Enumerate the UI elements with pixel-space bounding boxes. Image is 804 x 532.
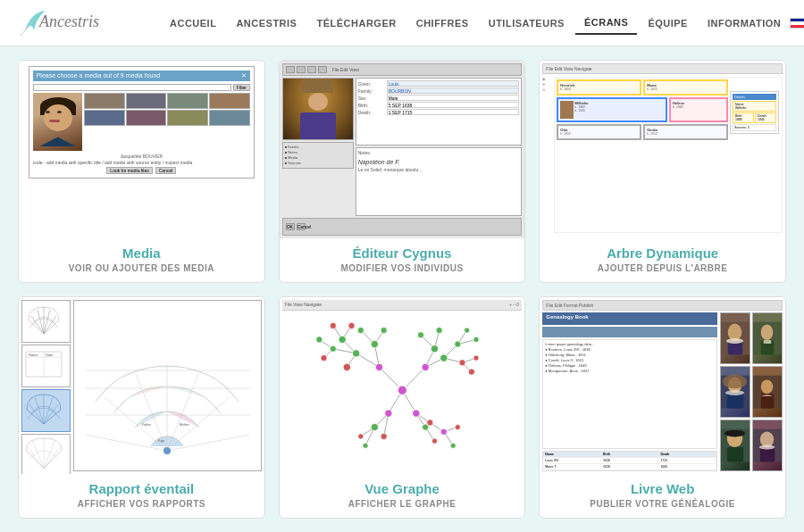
card-media[interactable]: Please choose a media out of 9 media fou… [18,60,265,283]
editor-ok-btn[interactable]: OK [286,223,295,230]
nav-information[interactable]: INFORMATION [699,12,790,34]
card-livre[interactable]: File Edit Format Publish Genealogy Book … [539,296,786,520]
logo-area: Ancestris [18,4,134,43]
card-media-title: Media [122,245,161,261]
svg-point-85 [357,433,363,438]
svg-point-56 [375,363,382,370]
card-arbre[interactable]: File Edit View Navigate ◉ ⊕ ⊖ [539,60,786,283]
svg-point-16 [163,447,171,454]
svg-point-96 [761,324,774,339]
rapport-thumb-1[interactable] [21,300,71,343]
livre-portrait-3 [720,366,750,418]
nav-equipe[interactable]: ÉQUIPE [639,12,697,34]
nav-ancestris[interactable]: ANCESTRIS [227,12,306,34]
card-rapport-title: Rapport éventail [89,481,195,496]
editor-portrait [282,78,354,140]
toolbar-btn-2[interactable] [297,66,306,73]
editor-notes-area[interactable]: Notes: Napoléon de F. Le roi Soleil, mon… [356,147,523,215]
livre-portrait-4 [752,366,783,418]
card-graphe-subtitle: AFFICHER LE GRAPHE [348,499,456,509]
nav-utilisateurs[interactable]: UTILISATEURS [480,12,574,34]
media-look-button[interactable]: Look for media files [106,167,152,174]
svg-point-114 [759,445,775,449]
nav-chiffres[interactable]: CHIFFRES [407,12,478,34]
card-media-image: Please choose a media out of 9 media fou… [19,61,264,238]
card-editeur-image: File Edit View [280,61,525,238]
svg-text:Ego: Ego [158,438,165,443]
svg-point-88 [440,428,447,435]
svg-text:Father: Father [142,423,152,427]
editor-cancel-btn[interactable]: Cancel [297,223,306,230]
livre-text: Lorem ipsum genealogy data... ● Bourbon,… [542,339,717,450]
toolbar-btn-4[interactable] [318,66,327,73]
cards-grid: Please choose a media out of 9 media fou… [18,60,786,519]
svg-point-61 [440,353,447,361]
card-rapport[interactable]: Name Date [18,296,265,520]
svg-text:Date: Date [46,353,54,357]
nav-accueil[interactable]: ACCUEIL [161,12,225,34]
svg-point-105 [761,379,774,394]
svg-point-103 [725,390,744,395]
card-editeur-title: Éditeur Cygnus [353,245,452,261]
rapport-thumb-4[interactable] [21,434,71,475]
svg-point-81 [371,423,378,430]
svg-point-62 [339,336,346,343]
svg-rect-110 [727,447,743,461]
svg-point-109 [724,429,745,436]
card-livre-title: Livre Web [631,481,694,496]
card-editeur[interactable]: File Edit View [279,60,526,283]
svg-point-71 [464,327,469,332]
card-arbre-subtitle: AJOUTER DEPUIS L'ARBRE [598,263,728,273]
livre-portrait-1 [720,312,750,364]
livre-portrait-6 [752,420,783,471]
lang-selector[interactable]: FR ▾ [790,17,804,29]
flag-icon [790,18,804,29]
nav-telecharger[interactable]: TÉLÉCHARGER [307,12,405,34]
livre-table: Name Birth Death Louis XIV 1638 1715 [542,451,717,471]
svg-point-59 [371,340,378,347]
media-search-button[interactable]: Filter [233,84,250,91]
svg-point-73 [321,354,327,361]
card-arbre-image: File Edit View Navigate ◉ ⊕ ⊖ [540,61,785,238]
graphe-canvas [282,312,523,469]
card-livre-image: File Edit Format Publish Genealogy Book … [540,297,785,475]
svg-point-78 [473,354,479,360]
editor-bottom-bar: OK Cancel [282,218,523,236]
svg-point-67 [417,331,423,337]
svg-text:Name: Name [29,353,38,357]
svg-text:Ancestris: Ancestris [38,12,99,30]
media-search-input[interactable] [33,84,231,91]
svg-point-77 [468,368,474,374]
svg-point-70 [473,337,479,342]
svg-point-75 [348,322,355,328]
main-content: Please choose a media out of 9 media fou… [0,46,804,532]
svg-point-57 [422,363,429,370]
card-editeur-subtitle: MODIFIER VOS INDIVIDUS [340,263,463,273]
svg-rect-98 [764,340,772,344]
toolbar-btn-3[interactable] [307,66,316,73]
svg-point-82 [381,433,387,439]
editor-fields-panel: Given: Louis Family: BOURBON Sex: Male [356,78,523,145]
svg-point-55 [398,386,406,395]
media-cancel-button[interactable]: Cancel [155,167,177,174]
card-media-subtitle: VOIR OU AJOUTER DES MEDIA [69,263,214,273]
rapport-thumb-2[interactable]: Name Date [21,345,71,387]
graphe-toolbar: File View Navigate + - ↺ [282,300,523,311]
toolbar-btn-1[interactable] [286,66,295,73]
nav-ecrans[interactable]: ÉCRANS [575,12,637,35]
card-arbre-title: Arbre Dynamique [607,245,718,261]
svg-point-64 [315,336,322,342]
svg-point-112 [760,431,775,446]
svg-point-76 [459,359,465,365]
svg-point-79 [384,409,391,416]
svg-point-74 [330,322,336,328]
svg-text:Mother: Mother [180,423,190,427]
livre-portrait-5 [720,420,750,471]
livre-portraits [720,312,783,472]
editor-toolbar: File Edit View [282,63,523,76]
card-graphe[interactable]: File View Navigate + - ↺ [279,296,526,520]
rapport-thumb-3[interactable] [21,389,71,432]
card-rapport-image: Name Date [19,297,264,475]
svg-point-69 [454,340,460,346]
svg-point-101 [723,374,747,388]
